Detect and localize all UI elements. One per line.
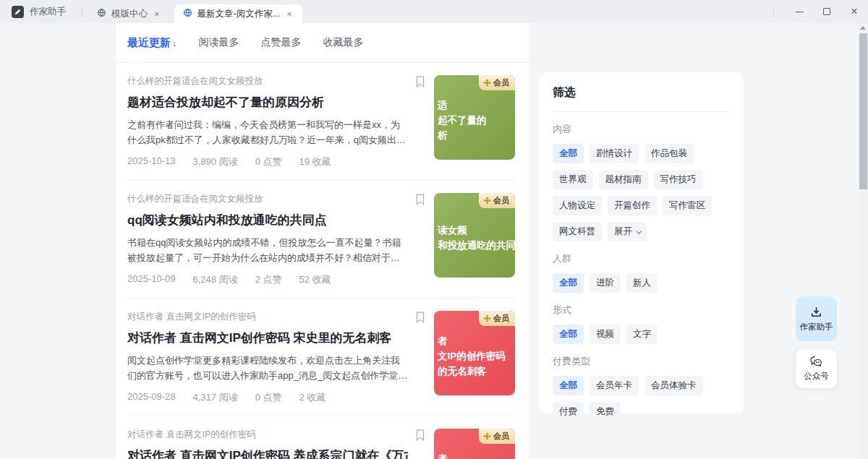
vip-badge: 会员 bbox=[479, 75, 515, 90]
filter-tag-free[interactable]: 免费 bbox=[590, 402, 621, 421]
filter-tag-all[interactable]: 全部 bbox=[553, 376, 584, 395]
article-title[interactable]: qq阅读女频站内和投放通吃的共同点 bbox=[127, 212, 408, 228]
article-thumbnail[interactable]: 适 起不了量的 析 会员 bbox=[434, 75, 515, 160]
article-thumbnail[interactable]: 者 文IP的创作密码 宗门就在《万古 会员 bbox=[434, 429, 515, 459]
filter-tag-paid[interactable]: 付费 bbox=[553, 402, 584, 421]
pen-app-icon bbox=[12, 6, 24, 18]
download-button-label: 作家助手 bbox=[800, 322, 833, 333]
article-thumbnail[interactable]: 读女频 和投放通吃的共同 会员 bbox=[434, 193, 515, 278]
filter-group-payment-label: 付费类型 bbox=[553, 355, 730, 368]
article-row[interactable]: 什么样的开篇适合在阅文女频投放 qq阅读女频站内和投放通吃的共同点 书籍在qq阅… bbox=[127, 181, 515, 299]
expand-button[interactable]: 展开 bbox=[608, 222, 647, 241]
filter-tag-plot-design[interactable]: 剧情设计 bbox=[590, 144, 639, 163]
article-row[interactable]: 对话作者 直击网文IP的创作密码 对话作者 直击网文IP创作密码 养成系宗门就在… bbox=[127, 416, 515, 459]
filter-tag-member-annual-card[interactable]: 会员年卡 bbox=[590, 376, 639, 395]
article-description: 阅文起点创作学堂更多精彩课程陆续发布，欢迎点击左上角关注我们的官方账号，也可以进… bbox=[127, 353, 408, 383]
article-date: 2025-09-28 bbox=[127, 391, 176, 404]
article-category: 什么样的开篇适合在阅文女频投放 bbox=[127, 75, 408, 87]
sort-most-read[interactable]: 阅读最多 bbox=[199, 36, 239, 49]
article-text: 对话作者 直击网文IP的创作密码 对话作者 直击网文IP创作密码 养成系宗门就在… bbox=[127, 429, 415, 459]
globe-icon bbox=[97, 8, 106, 20]
article-list: 什么样的开篇适合在阅文女频投放 题材适合投放却起不了量的原因分析 之前有作者问过… bbox=[116, 63, 529, 459]
filter-tag-video[interactable]: 视频 bbox=[590, 325, 621, 344]
flower-seal-icon bbox=[483, 314, 491, 322]
flower-seal-icon bbox=[483, 79, 491, 87]
maximize-icon bbox=[823, 8, 830, 15]
article-title[interactable]: 对话作者 直击网文IP创作密码 宋史里的无名刺客 bbox=[127, 330, 408, 346]
filter-group-audience-label: 人群 bbox=[553, 252, 730, 265]
bookmark-button[interactable] bbox=[415, 193, 434, 286]
close-icon[interactable]: × bbox=[153, 9, 161, 20]
article-thumbnail[interactable]: 者 文IP的创作密码 的无名刺客 会员 bbox=[434, 311, 515, 395]
close-icon[interactable]: × bbox=[285, 9, 294, 20]
article-description: 之前有作者问过我：编编，今天会员榜第一和我写的一样是xx，为什么我pk都过不了，… bbox=[127, 117, 408, 147]
article-title[interactable]: 题材适合投放却起不了量的原因分析 bbox=[127, 94, 408, 111]
scrollbar-up-arrow[interactable] bbox=[860, 26, 866, 30]
filter-tag-text[interactable]: 文字 bbox=[626, 325, 658, 344]
article-row[interactable]: 什么样的开篇适合在阅文女频投放 题材适合投放却起不了量的原因分析 之前有作者问过… bbox=[127, 63, 515, 181]
sort-most-favorited[interactable]: 收藏最多 bbox=[323, 36, 364, 49]
article-description: 书籍在qq阅读女频站内的成绩不错，但投放怎么一直不起量？书籍被投放起量了，可一开… bbox=[127, 235, 408, 265]
download-icon bbox=[810, 306, 822, 318]
writer-assistant-download-button[interactable]: 作家助手 bbox=[796, 296, 837, 341]
article-row[interactable]: 对话作者 直击网文IP的创作密码 对话作者 直击网文IP创作密码 宋史里的无名刺… bbox=[127, 299, 515, 416]
filter-tag-advanced[interactable]: 进阶 bbox=[590, 273, 621, 293]
article-date: 2025-10-09 bbox=[127, 273, 176, 286]
filter-tag-all[interactable]: 全部 bbox=[553, 273, 584, 293]
sort-most-liked[interactable]: 点赞最多 bbox=[261, 36, 302, 49]
scrollbar-thumb[interactable] bbox=[859, 33, 867, 189]
bookmark-button[interactable] bbox=[415, 429, 434, 459]
globe-icon bbox=[183, 8, 192, 20]
filter-tag-writing-minefield[interactable]: 写作雷区 bbox=[663, 196, 712, 215]
article-reads: 4,317 阅读 bbox=[193, 391, 238, 404]
maximize-button[interactable] bbox=[813, 0, 841, 23]
minimize-icon bbox=[796, 12, 804, 12]
article-category: 对话作者 直击网文IP的创作密码 bbox=[127, 311, 408, 323]
vip-badge: 会员 bbox=[479, 311, 515, 326]
filter-tag-worldview[interactable]: 世界观 bbox=[553, 170, 593, 189]
bookmark-button[interactable] bbox=[415, 311, 434, 404]
filter-group-content-tags: 全部 剧情设计 作品包装 世界观 题材指南 写作技巧 人物设定 开篇创作 写作雷… bbox=[553, 144, 730, 241]
filter-panel: 筛选 内容 全部 剧情设计 作品包装 世界观 题材指南 写作技巧 人物设定 开篇… bbox=[539, 72, 744, 413]
filter-tag-writing-skills[interactable]: 写作技巧 bbox=[654, 170, 703, 189]
tab-latest-articles[interactable]: 最新文章-阅文作家... × bbox=[174, 4, 302, 23]
article-likes: 0 点赞 bbox=[255, 391, 282, 404]
filter-group-content-label: 内容 bbox=[553, 123, 730, 136]
vip-badge: 会员 bbox=[479, 429, 515, 444]
filter-tag-member-trial-card[interactable]: 会员体验卡 bbox=[644, 376, 703, 395]
filter-tag-all[interactable]: 全部 bbox=[553, 325, 584, 344]
thumbnail-text: 者 文IP的创作密码 的无名刺客 bbox=[434, 333, 506, 379]
filter-tag-all[interactable]: 全部 bbox=[553, 144, 584, 163]
filter-title: 筛选 bbox=[553, 85, 730, 112]
thumbnail-text: 读女频 和投放通吃的共同 bbox=[434, 222, 515, 252]
official-account-button[interactable]: 公众号 bbox=[796, 349, 837, 388]
close-window-button[interactable]: × bbox=[841, 0, 868, 23]
article-favs: 52 收藏 bbox=[299, 273, 331, 286]
window-controls-divider bbox=[773, 7, 774, 17]
filter-tag-subject-guide[interactable]: 题材指南 bbox=[599, 170, 648, 189]
filter-tag-newcomer[interactable]: 新人 bbox=[626, 273, 658, 293]
filter-tag-character-setting[interactable]: 人物设定 bbox=[553, 196, 602, 215]
filter-tag-opening-creation[interactable]: 开篇创作 bbox=[608, 196, 657, 215]
article-category: 对话作者 直击网文IP的创作密码 bbox=[127, 429, 408, 441]
filter-tag-work-packaging[interactable]: 作品包装 bbox=[644, 144, 694, 163]
article-date: 2025-10-13 bbox=[127, 155, 176, 168]
article-favs: 19 收藏 bbox=[299, 155, 331, 168]
filter-group-payment-tags: 全部 会员年卡 会员体验卡 付费 免费 bbox=[553, 376, 730, 421]
window-controls: × bbox=[773, 0, 868, 23]
bookmark-button[interactable] bbox=[415, 75, 434, 168]
article-text: 对话作者 直击网文IP的创作密码 对话作者 直击网文IP创作密码 宋史里的无名刺… bbox=[127, 311, 415, 404]
article-likes: 2 点赞 bbox=[255, 273, 282, 286]
flower-seal-icon bbox=[483, 197, 491, 205]
tab-label: 模版中心 bbox=[111, 8, 148, 20]
article-reads: 6,248 阅读 bbox=[193, 273, 238, 286]
filter-group-format-label: 形式 bbox=[553, 304, 730, 317]
tab-template-center[interactable]: 模版中心 × bbox=[90, 4, 169, 23]
article-category: 什么样的开篇适合在阅文女频投放 bbox=[127, 193, 408, 205]
minimize-button[interactable] bbox=[786, 0, 813, 23]
article-text: 什么样的开篇适合在阅文女频投放 题材适合投放却起不了量的原因分析 之前有作者问过… bbox=[127, 75, 415, 168]
filter-tag-webnovel-science[interactable]: 网文科普 bbox=[553, 222, 602, 241]
flower-seal-icon bbox=[483, 432, 491, 440]
sort-recent-update[interactable]: 最近更新↓ bbox=[127, 36, 177, 50]
article-title[interactable]: 对话作者 直击网文IP创作密码 养成系宗门就在《万古 bbox=[127, 447, 408, 459]
